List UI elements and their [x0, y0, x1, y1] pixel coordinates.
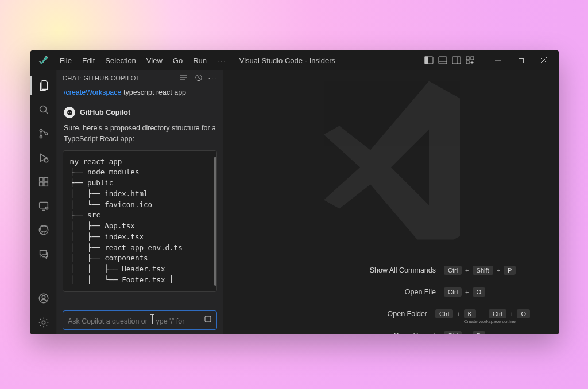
key-shift: Shift — [473, 266, 493, 275]
chat-bot-text: Sure, here's a proposed directory struct… — [64, 123, 216, 145]
vscode-logo-icon — [38, 55, 49, 65]
code-line: │ └── favicon.ico — [70, 200, 152, 209]
svg-rect-2 — [439, 57, 447, 64]
github-icon[interactable] — [30, 218, 57, 242]
svg-rect-7 — [471, 57, 474, 60]
chat-input[interactable]: Ask Copilot a question or ype '/' for — [63, 310, 217, 330]
svg-rect-38 — [205, 316, 211, 322]
accounts-icon[interactable] — [30, 286, 57, 310]
svg-point-31 — [42, 295, 45, 299]
chat-code-block[interactable]: my-react-app ├── node_modules ├── public… — [63, 150, 217, 292]
svg-rect-22 — [39, 178, 42, 181]
chat-input-placeholder: Ask Copilot a question or ype '/' for — [68, 315, 204, 325]
copilot-avatar-icon — [64, 107, 75, 118]
svg-line-16 — [45, 111, 48, 114]
chat-icon[interactable] — [30, 242, 57, 266]
code-line: ├── public — [70, 178, 113, 187]
key-ctrl: Ctrl — [444, 331, 462, 334]
manage-icon[interactable] — [30, 310, 57, 334]
svg-rect-8 — [466, 61, 469, 64]
svg-point-15 — [40, 106, 46, 112]
menu-edit[interactable]: Edit — [77, 53, 100, 68]
layout-panel-right-icon[interactable] — [451, 55, 462, 65]
layout-panel-left-icon[interactable] — [423, 55, 435, 65]
layout-customize-icon[interactable] — [465, 55, 476, 65]
svg-point-21 — [44, 158, 48, 162]
svg-marker-20 — [40, 154, 47, 162]
key-r: R — [473, 331, 485, 334]
key-k: K — [464, 309, 476, 318]
svg-point-17 — [40, 129, 42, 131]
key-ctrl: Ctrl — [444, 266, 462, 275]
window-controls — [423, 50, 555, 70]
explorer-icon[interactable] — [30, 73, 57, 98]
code-line: ├── src — [70, 211, 100, 219]
code-line: │ │ ├── Header.tsx — [70, 264, 165, 273]
hint-open-file: Open File Ctrl+O — [277, 281, 530, 303]
chat-panel: CHAT: GITHUB COPILOT ··· /createWorkspac… — [57, 70, 223, 334]
hint-open-recent: Open Recent Ctrl+R — [277, 325, 530, 334]
vscode-window: File Edit Selection View Go Run ··· Visu… — [30, 50, 559, 334]
hint-note: Create workspace outline — [464, 319, 516, 324]
chat-panel-titlebar: CHAT: GITHUB COPILOT ··· — [57, 70, 223, 86]
chat-slash-command: /createWorkspace — [64, 88, 122, 96]
editor-area: Show All Commands Ctrl+Shift+P Open File… — [223, 70, 559, 334]
run-debug-icon[interactable] — [30, 146, 57, 170]
code-line: │ ├── index.html — [70, 189, 148, 198]
code-line: my-react-app — [70, 157, 122, 166]
svg-rect-6 — [466, 57, 469, 60]
menu-selection[interactable]: Selection — [100, 53, 141, 68]
svg-rect-1 — [425, 57, 428, 64]
code-line: │ ├── App.tsx — [70, 221, 135, 230]
key-ctrl: Ctrl — [444, 287, 462, 297]
code-line: ├── node_modules — [70, 168, 139, 176]
key-o: O — [517, 309, 530, 318]
code-line: │ ├── react-app-env.d.ts — [70, 243, 183, 252]
svg-point-18 — [40, 135, 42, 138]
hint-show-all-commands: Show All Commands Ctrl+Shift+P — [277, 259, 530, 281]
layout-panel-bottom-icon[interactable] — [437, 55, 448, 65]
welcome-hints: Show All Commands Ctrl+Shift+P Open File… — [277, 259, 530, 334]
chat-response: GitHub Copilot Sure, here's a proposed d… — [57, 101, 223, 145]
search-icon[interactable] — [30, 98, 57, 122]
svg-point-32 — [42, 321, 45, 324]
key-o: O — [473, 287, 486, 297]
key-ctrl: Ctrl — [489, 309, 506, 318]
chat-panel-title: CHAT: GITHUB COPILOT — [63, 75, 140, 81]
svg-rect-24 — [44, 182, 47, 186]
key-ctrl: Ctrl — [435, 309, 453, 318]
svg-rect-4 — [452, 57, 461, 64]
activity-bar — [30, 70, 57, 334]
chat-more-icon[interactable]: ··· — [208, 75, 217, 81]
extensions-icon[interactable] — [30, 170, 57, 194]
svg-rect-25 — [44, 178, 47, 181]
maximize-button[interactable] — [509, 50, 532, 70]
text-cursor-icon — [150, 315, 154, 324]
chat-send-icon[interactable] — [204, 315, 212, 325]
code-line: │ ├── components — [70, 254, 148, 262]
window-title: Visual Studio Code - Insiders — [152, 56, 423, 65]
chat-clear-icon[interactable] — [179, 73, 188, 83]
key-p: P — [504, 266, 516, 275]
chat-user-prompt: /createWorkspace typescript react app — [57, 86, 223, 101]
vscode-watermark-icon — [305, 70, 477, 242]
code-line: │ │ └── Footer.tsx — [70, 275, 169, 284]
menu-file[interactable]: File — [55, 53, 77, 68]
close-button[interactable] — [532, 50, 555, 70]
chat-bot-name: GitHub Copilot — [80, 107, 130, 118]
title-bar: File Edit Selection View Go Run ··· Visu… — [30, 50, 559, 70]
source-control-icon[interactable] — [30, 122, 57, 146]
svg-rect-12 — [519, 58, 523, 63]
code-line: │ ├── index.tsx — [70, 232, 144, 241]
hint-open-folder: Open Folder Ctrl+KCtrl+O Create workspac… — [277, 303, 530, 325]
remote-explorer-icon[interactable] — [30, 194, 57, 218]
minimize-button[interactable] — [486, 50, 509, 70]
chat-history-icon[interactable] — [194, 73, 203, 83]
svg-rect-23 — [39, 182, 42, 186]
